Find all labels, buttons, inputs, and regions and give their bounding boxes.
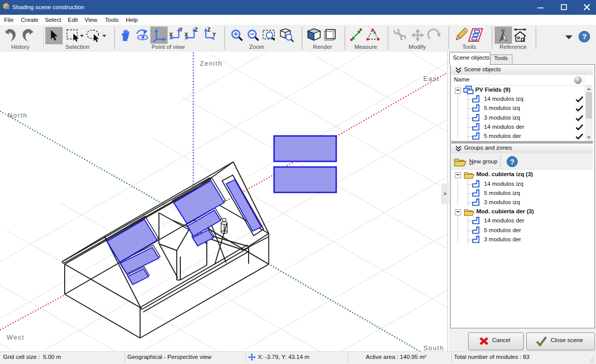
svg-text:N: N (501, 28, 505, 33)
svg-text:X: X (169, 32, 173, 38)
svg-text:Z: Z (195, 27, 198, 33)
svg-text:Y: Y (179, 27, 182, 33)
svg-text:?: ? (510, 157, 514, 166)
svg-text:?: ? (582, 32, 586, 41)
svg-text:X: X (184, 32, 188, 38)
svg-text:Y: Y (212, 32, 216, 38)
svg-text:Z: Z (207, 27, 210, 33)
